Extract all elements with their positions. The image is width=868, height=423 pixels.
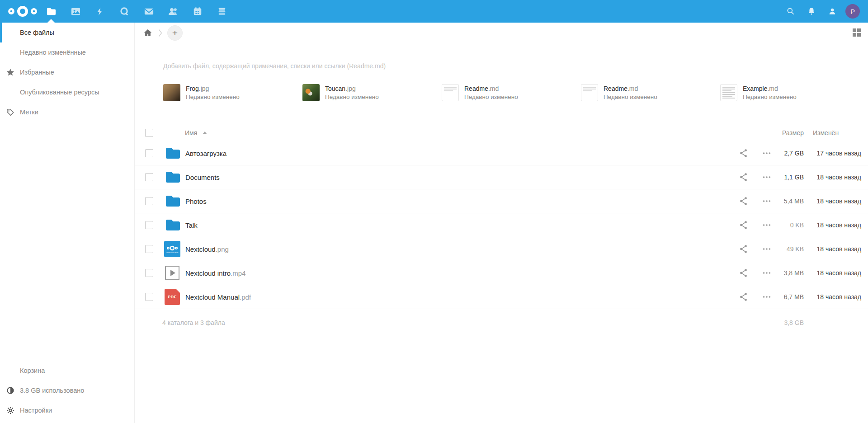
sidebar-item-label: Все файлы <box>20 29 54 36</box>
contacts-menu-icon[interactable] <box>822 0 843 23</box>
sidebar-item-settings[interactable]: Настройки <box>0 400 134 420</box>
pdf-icon: PDF <box>164 289 180 305</box>
table-row[interactable]: Documents 1,1 GB 18 часов назад <box>135 165 868 189</box>
sidebar-bottom: Корзина 3.8 GB использовано Настройки <box>0 361 134 420</box>
sidebar-item-favorites[interactable]: Избранные <box>0 62 134 82</box>
file-modified: 18 часов назад <box>804 269 861 277</box>
readme-hint-text: Добавить файл, содержащий примечания, сп… <box>163 62 386 70</box>
recommended-card[interactable]: Toucan.jpg Недавно изменено <box>302 84 442 101</box>
search-icon[interactable] <box>780 0 801 23</box>
activity-icon[interactable] <box>88 0 112 23</box>
share-icon[interactable] <box>738 291 749 302</box>
sidebar: Все файлы Недавно изменённые Избранные О… <box>0 23 135 423</box>
toucan-photo-thumbnail <box>302 84 320 101</box>
mail-icon[interactable] <box>137 0 161 23</box>
card-subtitle: Недавно изменено <box>743 93 797 101</box>
total-size: 3,8 GB <box>772 319 804 326</box>
row-checkbox[interactable] <box>145 221 153 229</box>
more-menu-icon[interactable] <box>761 291 772 302</box>
recommended-files: Frog.jpg Недавно изменено Toucan.jpg Нед… <box>163 84 859 101</box>
row-checkbox[interactable] <box>145 245 153 253</box>
more-menu-icon[interactable] <box>761 268 772 278</box>
sidebar-item-label: Настройки <box>20 407 52 414</box>
active-app-pointer <box>47 19 55 23</box>
deck-icon[interactable] <box>210 0 234 23</box>
folder-icon <box>164 145 180 161</box>
search-app-icon[interactable] <box>112 0 137 23</box>
file-size: 2,7 GB <box>772 150 804 157</box>
table-row[interactable]: Talk 0 KB 18 часов назад <box>135 213 868 237</box>
file-table: Имя Размер Изменён Автозагрузка 2,7 GB 1… <box>135 124 868 336</box>
recommended-card[interactable]: Readme.md Недавно изменено <box>581 84 720 101</box>
contacts-icon[interactable] <box>161 0 185 23</box>
sidebar-item-tags[interactable]: Метки <box>0 102 134 122</box>
table-row[interactable]: Photos 5,4 MB 18 часов назад <box>135 189 868 213</box>
recommended-card[interactable]: Frog.jpg Недавно изменено <box>163 84 302 101</box>
sidebar-item-shares[interactable]: Опубликованные ресурсы <box>0 82 134 102</box>
share-icon[interactable] <box>738 148 749 159</box>
breadcrumb: + <box>135 23 868 43</box>
card-subtitle: Недавно изменено <box>186 93 240 101</box>
markdown-doc-thumbnail <box>581 84 598 101</box>
sort-ascending-icon <box>203 132 207 134</box>
row-checkbox[interactable] <box>145 149 153 157</box>
row-checkbox[interactable] <box>145 173 153 181</box>
add-new-button[interactable]: + <box>167 25 183 41</box>
notifications-bell-icon[interactable] <box>801 0 822 23</box>
home-icon[interactable] <box>143 28 153 38</box>
sidebar-item-label: Опубликованные ресурсы <box>20 89 99 96</box>
file-modified: 18 часов назад <box>804 197 861 205</box>
nextcloud-logo[interactable] <box>6 4 39 19</box>
nextcloud-image-icon: Nextcloud Hub <box>164 241 180 257</box>
row-checkbox[interactable] <box>145 293 153 301</box>
folder-icon <box>164 217 180 233</box>
share-icon[interactable] <box>738 220 749 230</box>
select-all-checkbox[interactable] <box>145 129 153 137</box>
file-size: 1,1 GB <box>772 174 804 181</box>
topbar-right: P <box>780 0 868 23</box>
more-menu-icon[interactable] <box>761 220 772 230</box>
chevron-right-icon <box>158 29 163 37</box>
sidebar-item-quota: 3.8 GB использовано <box>0 381 134 400</box>
tag-icon <box>6 108 15 117</box>
user-avatar[interactable]: P <box>845 4 860 19</box>
recommended-card[interactable]: Readme.md Недавно изменено <box>442 84 581 101</box>
more-menu-icon[interactable] <box>761 172 772 183</box>
quota-label: 3.8 GB использовано <box>20 387 84 394</box>
file-modified: 17 часов назад <box>804 150 861 157</box>
table-row[interactable]: Автозагрузка 2,7 GB 17 часов назад <box>135 141 868 165</box>
sidebar-item-recent[interactable]: Недавно изменённые <box>0 42 134 62</box>
row-checkbox[interactable] <box>145 197 153 205</box>
files-summary: 4 каталога и 3 файла <box>162 319 772 326</box>
table-row[interactable]: Nextcloud Hub Nextcloud.png 49 KB 18 час… <box>135 237 868 261</box>
share-icon[interactable] <box>738 268 749 278</box>
file-size: 5,4 MB <box>772 197 804 205</box>
more-menu-icon[interactable] <box>761 148 772 159</box>
pie-chart-icon <box>6 386 15 395</box>
video-icon <box>164 265 180 281</box>
more-menu-icon[interactable] <box>761 196 772 207</box>
share-icon[interactable] <box>738 196 749 207</box>
grid-view-toggle-icon[interactable] <box>853 28 861 37</box>
photos-icon[interactable] <box>63 0 88 23</box>
row-checkbox[interactable] <box>145 269 153 277</box>
calendar-icon[interactable] <box>185 0 210 23</box>
app-menu <box>39 0 234 23</box>
share-icon[interactable] <box>738 172 749 183</box>
column-header-size[interactable]: Размер <box>761 129 804 136</box>
sidebar-item-all-files[interactable]: Все файлы <box>0 23 134 42</box>
share-icon[interactable] <box>738 244 749 254</box>
table-row[interactable]: Nextcloud intro.mp4 3,8 MB 18 часов наза… <box>135 261 868 285</box>
card-subtitle: Недавно изменено <box>464 93 518 101</box>
column-header-modified[interactable]: Изменён <box>804 129 861 136</box>
column-header-name[interactable]: Имя <box>185 129 207 136</box>
more-menu-icon[interactable] <box>761 244 772 254</box>
top-bar: P <box>0 0 868 23</box>
file-modified: 18 часов назад <box>804 245 861 253</box>
sidebar-item-trash[interactable]: Корзина <box>0 361 134 381</box>
sidebar-item-label: Метки <box>20 108 38 116</box>
file-size: 6,7 MB <box>772 293 804 301</box>
recommended-card[interactable]: Example.md Недавно изменено <box>720 84 859 101</box>
folder-icon <box>164 193 180 209</box>
table-row[interactable]: PDF Nextcloud Manual.pdf 6,7 MB 18 часов… <box>135 285 868 309</box>
